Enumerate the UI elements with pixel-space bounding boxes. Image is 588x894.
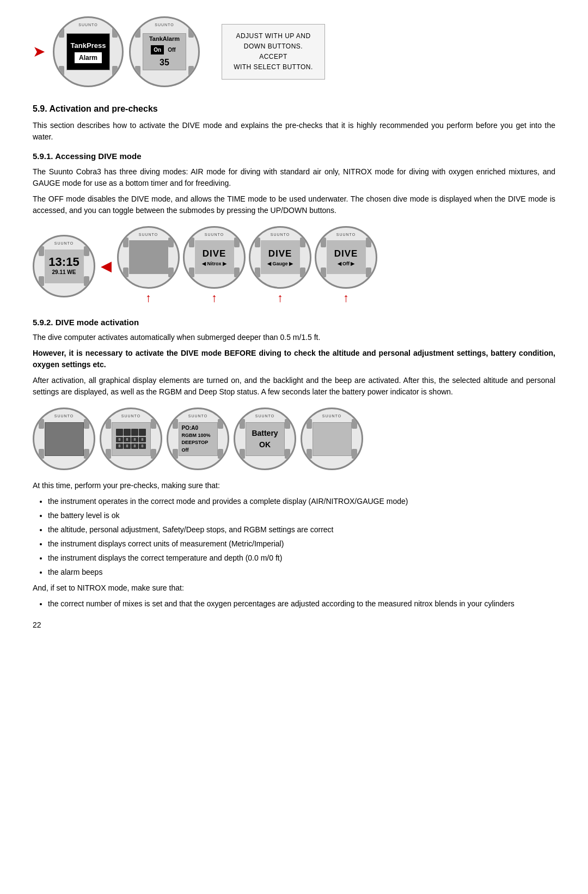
btn-select-1 <box>59 28 64 38</box>
list-item: the alarm beeps <box>48 567 555 578</box>
section-592-para1: The dive computer activates automaticall… <box>33 332 555 343</box>
callout-line3: WITH SELECT BUTTON. <box>231 62 316 72</box>
section-592-title: 5.9.2. DIVE mode activation <box>33 317 555 329</box>
list-item: the instrument displays correct units of… <box>48 538 555 550</box>
callout-box: ADJUST WITH UP AND DOWN BUTTONS. ACCEPT … <box>222 24 325 80</box>
section-591-para1: The Suunto Cobra3 has three diving modes… <box>33 166 555 189</box>
watch-act2: SUUNTO 8 8 8 8 8 <box>100 408 162 470</box>
nitrox-list: the correct number of mixes is set and t… <box>48 598 555 610</box>
watch-screen-gauge: DIVE ◀Gauge▶ <box>261 240 300 274</box>
date-display: 29.11 WE <box>52 268 76 276</box>
watch-screen-act1 <box>45 422 84 456</box>
activation-watches-row: SUUNTO SUUNTO <box>33 408 555 470</box>
watch-screen-1: TankPress Alarm <box>66 33 110 70</box>
dive-title-nitrox: DIVE <box>203 247 226 261</box>
watch-blank-dive: SUUNTO ↑ <box>117 226 180 307</box>
time-display: 13:15 <box>48 256 79 268</box>
watch-circle-act1: SUUNTO <box>33 408 95 470</box>
watch-screen-2: TankAlarm On Off 35 <box>143 33 186 70</box>
watch-circle-act4: SUUNTO Battery OK <box>234 408 296 470</box>
watch-screen-off: DIVE ◀Off▶ <box>327 240 366 274</box>
section-591-para2: The OFF mode disables the DIVE mode, and… <box>33 193 555 216</box>
btn-mode-2 <box>188 28 194 38</box>
section-592-para3: After activation, all graphical display … <box>33 375 555 398</box>
po-ad-line2: RGBM 100% <box>182 432 211 440</box>
watch-screen-act5 <box>313 422 352 456</box>
callout-line2: DOWN BUTTONS. ACCEPT <box>231 41 316 62</box>
watch-circle-2: SUUNTO SELECT DOWN MODE UP TankAlarm On … <box>129 16 200 87</box>
btn-down-2 <box>135 66 140 76</box>
tankalarm-title: TankAlarm <box>149 34 180 44</box>
section-59-title: 5.9. Activation and pre-checks <box>33 102 555 115</box>
watch-circle-1: SUUNTO SELECT DOWN MODE UP TankPress Ala… <box>53 16 124 87</box>
watch-act1: SUUNTO <box>33 408 95 470</box>
prechecks-intro: At this time, perform your pre-checks, m… <box>33 480 555 491</box>
tankalarm-onoff: On Off <box>151 45 177 54</box>
btn-down-1 <box>59 66 64 76</box>
btn-up-2 <box>188 66 194 76</box>
red-arrow-icon: ➤ <box>33 40 45 63</box>
watch-time: SUUNTO 13:15 29.11 WE <box>33 235 95 297</box>
btn-mode-1 <box>112 28 118 38</box>
po-ad-line1: PO:A0 <box>182 424 199 432</box>
watch-circle-gauge: SUUNTO DIVE ◀Gauge▶ <box>249 226 311 289</box>
watch-brand-1: SUUNTO <box>78 22 97 28</box>
watch-dive-nitrox: SUUNTO DIVE ◀Nitrox▶ ↑ <box>183 226 246 307</box>
tankalarm-on: On <box>151 45 164 54</box>
nitrox-intro: And, if set to NITROX mode, make sure th… <box>33 582 555 594</box>
list-item: the instrument displays the correct temp… <box>48 552 555 564</box>
watch-circle-time: SUUNTO 13:15 29.11 WE <box>33 235 95 297</box>
watch-screen-act3: PO:A0 RGBM 100% DEEPSTOP Off <box>179 422 218 456</box>
tankpress-line2: Alarm <box>75 52 102 63</box>
top-diagram: ➤ SUUNTO SELECT DOWN MODE UP TankPress A… <box>33 16 555 87</box>
watch-dive-off: SUUNTO DIVE ◀Off▶ ↑ <box>315 226 377 307</box>
prechecks-list: the instrument operates in the correct m… <box>48 496 555 578</box>
up-arrow-icon-2: ↑ <box>211 289 217 307</box>
section-592-para2-bold: However, it is necessary to activate the… <box>33 348 555 370</box>
battery-line1: Battery <box>252 428 278 439</box>
watch-screen-time: 13:15 29.11 WE <box>45 250 84 283</box>
watch-circle-blank: SUUNTO <box>117 226 180 289</box>
list-item-nitrox: the correct number of mixes is set and t… <box>48 598 555 610</box>
watch-act3: SUUNTO PO:A0 RGBM 100% DEEPSTOP Off <box>167 408 229 470</box>
callout-line1: ADJUST WITH UP AND <box>231 31 316 41</box>
list-item: the battery level is ok <box>48 510 555 521</box>
section-59-body: This section describes how to activate t… <box>33 120 555 143</box>
dive-title-off: DIVE <box>334 247 358 261</box>
watch-circle-act3: SUUNTO PO:A0 RGBM 100% DEEPSTOP Off <box>167 408 229 470</box>
watch-circle-act5: SUUNTO <box>301 408 363 470</box>
watch-circle-act2: SUUNTO 8 8 8 8 8 <box>100 408 162 470</box>
bold-text-activation: However, it is necessary to activate the… <box>33 349 555 369</box>
list-item: the instrument operates in the correct m… <box>48 496 555 507</box>
tankalarm-num: 35 <box>160 56 169 69</box>
dive-sub-off: ◀Off▶ <box>338 260 354 268</box>
up-arrow-icon-3: ↑ <box>277 289 283 307</box>
arrow-left-red-icon: ◀ <box>101 256 112 277</box>
dive-mode-watches-row: SUUNTO 13:15 29.11 WE ◀ SUUNTO ↑ SUUNT <box>33 226 555 307</box>
watch-tankalarm: SUUNTO SELECT DOWN MODE UP TankAlarm On … <box>129 16 200 87</box>
watch-circle-off: SUUNTO DIVE ◀Off▶ <box>315 226 377 289</box>
watch-act4: SUUNTO Battery OK <box>234 408 296 470</box>
watch-screen-blank <box>129 240 168 274</box>
watch-screen-act4: Battery OK <box>246 422 285 456</box>
tankalarm-off: Off <box>166 45 177 54</box>
battery-line2: OK <box>259 439 271 451</box>
watch-screen-nitrox: DIVE ◀Nitrox▶ <box>195 240 234 274</box>
tankpress-line1: TankPress <box>71 40 106 51</box>
watch-screen-act2: 8 8 8 8 8 8 8 8 <box>112 422 151 456</box>
dive-sub-gauge: ◀Gauge▶ <box>267 260 292 268</box>
btn-up-1 <box>112 66 118 76</box>
watch-tankpress: SUUNTO SELECT DOWN MODE UP TankPress Ala… <box>53 16 124 87</box>
section-591-title: 5.9.1. Accessing DIVE mode <box>33 150 555 163</box>
watch-dive-gauge: SUUNTO DIVE ◀Gauge▶ ↑ <box>249 226 311 307</box>
list-item: the altitude, personal adjustment, Safet… <box>48 524 555 536</box>
btn-select-2 <box>135 28 140 38</box>
dive-sub-nitrox: ◀Nitrox▶ <box>202 260 226 268</box>
watch-circle-nitrox: SUUNTO DIVE ◀Nitrox▶ <box>183 226 246 289</box>
watch-brand-2: SUUNTO <box>155 22 174 28</box>
po-ad-line3: DEEPSTOP Off <box>182 439 215 454</box>
dive-title-gauge: DIVE <box>268 247 292 261</box>
up-arrow-icon-1: ↑ <box>145 289 151 307</box>
up-arrow-icon-4: ↑ <box>343 289 349 307</box>
watch-act5: SUUNTO <box>301 408 363 470</box>
